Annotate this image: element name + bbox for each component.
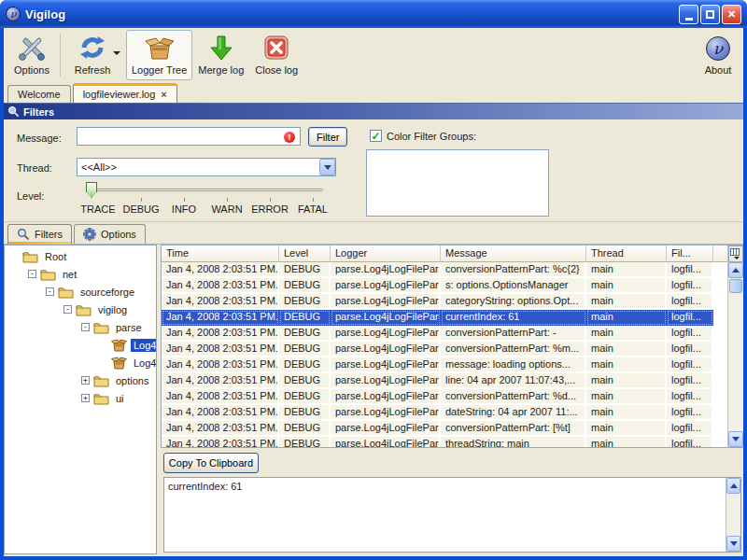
tab-close-icon[interactable]: × (161, 91, 166, 99)
cell-file: logfil... (667, 437, 713, 447)
toolbar: Options Refresh Logger Tree Merge log Cl… (4, 28, 743, 81)
collapse-icon[interactable]: - (63, 305, 72, 314)
detail-scroll-up-button[interactable] (726, 478, 740, 494)
tree-item-label: Root (42, 250, 69, 263)
message-input[interactable] (77, 127, 301, 146)
table-row[interactable]: Jan 4, 2008 2:03:51 PM...DEBUGparse.Log4… (162, 405, 727, 421)
collapse-icon[interactable]: - (28, 270, 36, 278)
table-row[interactable]: Jan 4, 2008 2:03:51 PM...DEBUGparse.Log4… (162, 357, 727, 373)
cell-logger: parse.Log4jLogFileParser (331, 389, 441, 405)
table-row[interactable]: Jan 4, 2008 2:03:51 PM...DEBUGparse.Log4… (162, 437, 727, 447)
tools-icon (18, 33, 46, 63)
panel-tab-filters[interactable]: Filters (7, 224, 72, 244)
maximize-button[interactable] (700, 5, 720, 24)
refresh-button[interactable]: Refresh (68, 30, 117, 80)
tree-item-parse[interactable]: - parse (5, 318, 156, 336)
filters-panel-title: Filters (23, 106, 54, 118)
table-row[interactable]: Jan 4, 2008 2:03:51 PM...DEBUGparse.Log4… (162, 262, 727, 278)
column-header-logger[interactable]: Logger (331, 245, 441, 261)
table-row[interactable]: Jan 4, 2008 2:03:51 PM...DEBUGparse.Log4… (162, 389, 727, 405)
tab-label: logfileviewer.log (83, 89, 156, 100)
column-header-thread[interactable]: Thread (586, 245, 667, 261)
client-area: Options Refresh Logger Tree Merge log Cl… (4, 28, 743, 556)
table-row[interactable]: Jan 4, 2008 2:03:51 PM...DEBUGparse.Log4… (162, 421, 727, 437)
table-header: TimeLevelLoggerMessageThreadFil... (162, 245, 727, 262)
column-header-time[interactable]: Time (162, 245, 279, 261)
scroll-up-button[interactable] (728, 262, 743, 278)
column-header-fil[interactable]: Fil... (667, 245, 713, 261)
table-row[interactable]: Jan 4, 2008 2:03:51 PM...DEBUGparse.Log4… (162, 294, 727, 310)
table-row[interactable]: Jan 4, 2008 2:03:51 PM...DEBUGparse.Log4… (162, 373, 727, 389)
tree-item-net[interactable]: - net (5, 265, 156, 283)
cell-file: logfil... (667, 373, 713, 389)
collapse-icon[interactable]: - (46, 287, 54, 296)
cell-level: DEBUG (279, 278, 331, 294)
panel-tab-options[interactable]: Options (74, 224, 146, 244)
column-header-level[interactable]: Level (279, 245, 331, 261)
cell-message: message: loading options... (441, 357, 586, 373)
thread-dropdown[interactable]: <<All>> (77, 158, 336, 176)
cell-file: logfil... (667, 389, 713, 405)
titlebar[interactable]: ν Vigilog ✕ (0, 0, 747, 28)
detail-text[interactable]: currentIndex: 61 (164, 478, 726, 552)
table-row[interactable]: Jan 4, 2008 2:03:51 PM...DEBUGparse.Log4… (162, 278, 727, 294)
tree-item-log4jxm[interactable]: Log4jXM (5, 354, 156, 371)
folder-icon (58, 286, 74, 299)
cell-thread: main (586, 421, 667, 437)
color-filter-groups-checkbox[interactable]: ✓ Color Filter Groups: (370, 130, 476, 142)
detail-text-view: currentIndex: 61 (163, 477, 741, 553)
cell-file: logfil... (667, 357, 713, 373)
folder-icon (93, 392, 109, 405)
color-filter-groups-list[interactable] (366, 149, 549, 217)
expand-icon[interactable]: + (81, 376, 90, 385)
app-window: ν Vigilog ✕ Options Refresh Logger Tree … (0, 0, 747, 560)
cell-time: Jan 4, 2008 2:03:51 PM... (162, 310, 279, 326)
cell-time: Jan 4, 2008 2:03:51 PM... (162, 373, 279, 389)
about-button[interactable]: νAbout (697, 30, 740, 80)
table-scrollbar[interactable] (727, 245, 743, 447)
tab-welcome[interactable]: Welcome (7, 85, 71, 103)
tree-item-root[interactable]: Root (5, 247, 156, 265)
table-row[interactable]: Jan 4, 2008 2:03:51 PM...DEBUGparse.Log4… (162, 342, 727, 357)
nu-logo-icon: ν (706, 33, 730, 63)
logger-tree-button[interactable]: Logger Tree (126, 30, 192, 80)
scroll-down-button[interactable] (728, 431, 743, 447)
table-row[interactable]: Jan 4, 2008 2:03:51 PM...DEBUGparse.Log4… (162, 310, 727, 326)
close-button[interactable]: ✕ (722, 5, 741, 24)
table-row[interactable]: Jan 4, 2008 2:03:51 PM...DEBUGparse.Log4… (162, 326, 727, 342)
panel-tab-label: Options (101, 229, 136, 240)
minimize-button[interactable] (679, 5, 698, 24)
window-title: Vigilog (25, 7, 65, 21)
close-log-button[interactable]: Close log (249, 30, 303, 80)
tree-item-sourceforge[interactable]: - sourceforge (5, 283, 156, 301)
toolbar-button-label: Refresh (75, 64, 111, 76)
level-slider[interactable] (82, 181, 327, 198)
collapse-icon[interactable]: - (81, 323, 90, 331)
tree-item-ui[interactable]: + ui (5, 389, 156, 407)
filters-panel-body: Message: ! Filter Thread: <<All>> Level:… (4, 119, 743, 222)
log-table: TimeLevelLoggerMessageThreadFil... Jan 4… (161, 245, 743, 448)
copy-to-clipboard-button[interactable]: Copy To Clipboard (163, 453, 259, 473)
tree-item-log4jlo[interactable]: Log4jLo (5, 336, 156, 354)
logger-tree-panel[interactable]: Root- net- sourceforge- vigilog- parse L… (4, 245, 157, 554)
detail-scrollbar[interactable] (726, 478, 740, 552)
cell-logger: parse.Log4jLogFileParser (331, 326, 441, 342)
scrollbar-thumb[interactable] (729, 279, 742, 293)
level-tick-labels: TRACEDEBUGINFOWARNERRORFATAL (77, 198, 334, 215)
scrollbar-track[interactable] (728, 294, 743, 431)
merge-log-button[interactable]: Merge log (192, 30, 249, 80)
column-header-message[interactable]: Message (441, 245, 586, 261)
slider-thumb[interactable] (86, 182, 97, 198)
cell-message: conversionPatternPart: [%t] (441, 421, 586, 437)
column-selector-button[interactable] (728, 245, 743, 262)
checkbox-icon[interactable]: ✓ (370, 130, 382, 142)
options-button[interactable]: Options (7, 30, 56, 80)
chevron-down-icon[interactable] (319, 159, 335, 175)
filter-button[interactable]: Filter (308, 127, 347, 147)
tab-logfileviewer-log[interactable]: logfileviewer.log× (73, 83, 177, 103)
tree-item-vigilog[interactable]: - vigilog (5, 301, 156, 318)
expand-icon[interactable]: + (81, 394, 90, 402)
tree-item-options[interactable]: + options (5, 371, 156, 389)
slider-track[interactable] (86, 189, 323, 191)
detail-scroll-down-button[interactable] (726, 536, 740, 552)
